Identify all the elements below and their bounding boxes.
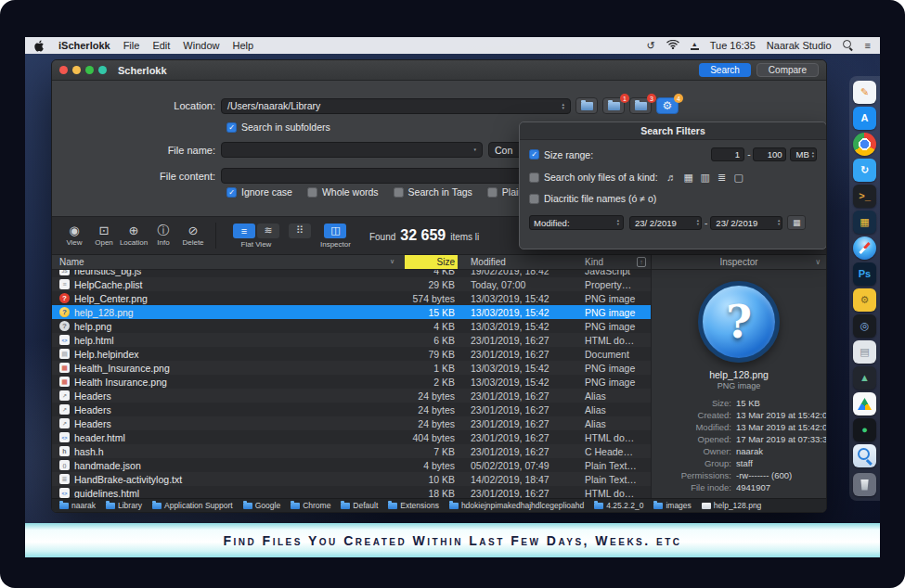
table-row[interactable]: Help_Center.png 574 bytes 13/03/2019, 15…	[52, 291, 651, 305]
dock-icon-sync[interactable]: ↻	[853, 159, 876, 182]
kind-filter-icon[interactable]: ▢	[732, 171, 745, 184]
apple-menu-icon[interactable]	[34, 40, 45, 52]
path-chip[interactable]: 4.25.2.2_0	[594, 501, 643, 510]
inspector-header[interactable]: Inspector ∨	[652, 255, 826, 270]
tree-view-button[interactable]: ≋	[257, 224, 279, 238]
minimize-button[interactable]	[72, 66, 81, 74]
compare-mode-button[interactable]: Compare	[756, 63, 819, 77]
file-content-input[interactable]	[221, 168, 529, 184]
table-row[interactable]: Health Insurance.png 2 KB 13/03/2019, 15…	[52, 375, 651, 389]
history-icon[interactable]: ↺	[647, 41, 655, 51]
menu-item[interactable]: Window	[183, 40, 219, 51]
location-tool-recents[interactable]: 1	[602, 97, 625, 114]
toolbar-button-info[interactable]: ⓘ Info	[149, 224, 178, 247]
dock-icon-appstore[interactable]: A	[853, 107, 876, 130]
table-row[interactable]: Headers 24 bytes 23/01/2019, 16:27 Alias	[52, 389, 651, 403]
dock-icon-terminal[interactable]: >_	[853, 185, 876, 208]
size-max-input[interactable]: 100	[753, 147, 786, 161]
subfolders-checkbox[interactable]	[226, 122, 237, 133]
flat-view-button[interactable]: ≡	[233, 224, 255, 238]
option-checkbox[interactable]: Ignore case	[226, 186, 292, 198]
dock-icon-photoshop[interactable]: Ps	[853, 262, 876, 286]
dock-icon-gdrive[interactable]	[853, 392, 876, 415]
path-chip[interactable]: Default	[341, 501, 378, 510]
path-chip[interactable]: Extensions	[388, 501, 439, 510]
date-from-input[interactable]: 23/ 2/2019 ▴▾	[629, 216, 702, 230]
location-tool-saved[interactable]: 3	[629, 97, 652, 114]
extra-window-button[interactable]	[98, 66, 107, 74]
toolbar-button-open[interactable]: ⊡ Open	[89, 224, 119, 247]
toolbar-button-delete[interactable]: ⊘ Delete	[178, 224, 208, 247]
column-size[interactable]: Size	[405, 255, 458, 269]
path-chip[interactable]: naarak	[59, 501, 96, 510]
path-chip[interactable]: Library	[106, 501, 142, 510]
kind-filter-icon[interactable]: ≣	[716, 171, 729, 184]
kind-filter-icon[interactable]: ▦	[682, 171, 695, 184]
wifi-icon[interactable]	[666, 40, 679, 51]
size-min-input[interactable]: 1	[711, 147, 744, 161]
table-row[interactable]: Headers 24 bytes 23/01/2019, 16:27 Alias	[52, 416, 651, 430]
table-row[interactable]: help_128.png 15 KB 13/03/2019, 15:42 PNG…	[52, 305, 651, 319]
path-chip[interactable]: Chrome	[291, 501, 330, 510]
option-checkbox[interactable]: Search in Tags	[394, 186, 472, 198]
date-to-input[interactable]: 23/ 2/2019 ▴▾	[710, 216, 782, 230]
zoom-button[interactable]	[85, 66, 94, 74]
menu-user[interactable]: Naarak Studio	[767, 40, 832, 51]
dock-icon-safari[interactable]	[853, 236, 876, 260]
grid-view-button[interactable]: ⠿	[289, 224, 311, 238]
dock-icon-chrome[interactable]	[853, 133, 876, 156]
table-row[interactable]: header.html 404 bytes 23/01/2019, 16:27 …	[52, 430, 651, 444]
table-row[interactable]: heuristics_bg.js 4 KB 19/02/2019, 18:42 …	[52, 270, 651, 277]
table-row[interactable]: Help.helpindex 79 KB 23/01/2019, 16:27 D…	[52, 347, 651, 361]
spotlight-icon[interactable]	[843, 40, 854, 51]
eject-icon[interactable]: ▲	[691, 42, 699, 50]
menu-item[interactable]: iScherlokk	[58, 40, 110, 51]
size-range-checkbox[interactable]	[529, 149, 539, 160]
path-chip[interactable]: Application Support	[152, 501, 233, 510]
table-row[interactable]: Headers 24 bytes 23/01/2019, 16:27 Alias	[52, 403, 651, 416]
table-row[interactable]: HandBrake-activitylog.txt 10 KB 14/02/20…	[52, 472, 651, 486]
dock-icon-settings-yellow[interactable]: ⚙	[853, 288, 876, 312]
location-tool-browse[interactable]	[575, 97, 598, 114]
dock-icon-trash[interactable]	[853, 473, 876, 496]
search-mode-button[interactable]: Search	[699, 63, 751, 77]
option-checkbox[interactable]: Whole words	[307, 186, 379, 198]
menu-item[interactable]: Edit	[152, 40, 170, 51]
kind-filter-icon[interactable]: ▥	[699, 171, 712, 184]
dock-icon-camera[interactable]: ◎	[853, 314, 876, 338]
file-name-input[interactable]: ▾	[221, 142, 483, 158]
location-combobox[interactable]: /Users/naarak/Library ▴▾	[221, 98, 571, 114]
diacritic-checkbox[interactable]	[529, 194, 539, 204]
close-button[interactable]	[59, 66, 68, 74]
dock-icon-files[interactable]: ▤	[853, 340, 876, 364]
table-row[interactable]: guidelines.html 18 KB 23/01/2019, 16:27 …	[52, 486, 651, 498]
inspector-toggle-button[interactable]: ◫	[324, 224, 346, 238]
path-chip[interactable]: images	[653, 501, 691, 510]
toolbar-button-location[interactable]: ⊕ Location	[119, 224, 149, 247]
calendar-icon[interactable]: ▦	[787, 215, 806, 230]
dock-icon-photos-dark[interactable]: ▲	[853, 366, 876, 390]
table-row[interactable]: Health_Insurance.png 1 KB 13/03/2019, 15…	[52, 361, 651, 375]
kind-filter-icon[interactable]: ♬	[666, 171, 679, 184]
dock-icon-activity[interactable]: ●	[853, 418, 876, 441]
size-unit-stepper[interactable]: MB ▴▾	[790, 147, 817, 161]
kind-filter-checkbox[interactable]	[529, 173, 539, 183]
dock-icon-editor[interactable]: ✎	[853, 81, 876, 104]
toolbar-button-view[interactable]: ◉ View	[59, 224, 89, 247]
table-row[interactable]: hash.h 7 KB 23/01/2019, 16:27 C Heade…	[52, 444, 651, 458]
column-name[interactable]: Name	[59, 257, 84, 267]
path-chip[interactable]: help_128.png	[702, 501, 762, 510]
table-row[interactable]: help.png 4 KB 13/03/2019, 15:42 PNG imag…	[52, 319, 651, 333]
path-chip[interactable]: Google	[243, 501, 280, 510]
share-icon[interactable]: ↑	[637, 257, 646, 267]
path-chip[interactable]: hdokiejnpimakedhajhdlcegeplioahd	[449, 501, 584, 510]
menu-item[interactable]: Help	[232, 40, 253, 51]
dock-icon-media[interactable]: ▦	[853, 211, 876, 234]
location-tool-filters[interactable]: 4	[656, 97, 679, 114]
menu-list-icon[interactable]: ≡	[865, 41, 871, 51]
table-row[interactable]: handmade.json 4 bytes 05/02/2019, 07:49 …	[52, 458, 651, 472]
dock-icon-scherlokk[interactable]	[853, 444, 876, 467]
date-field-select[interactable]: Modified: ▴▾	[529, 215, 624, 230]
menu-clock[interactable]: Tue 16:35	[710, 40, 756, 51]
menu-item[interactable]: File	[123, 40, 140, 51]
